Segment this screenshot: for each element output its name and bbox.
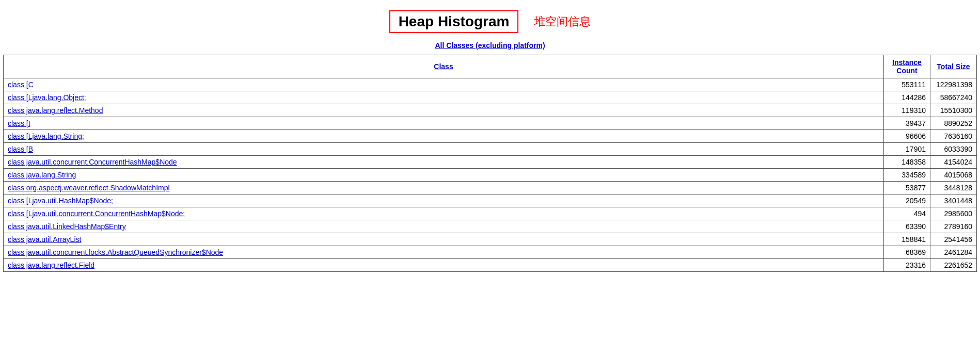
th-instance-count: InstanceCount xyxy=(884,55,930,78)
class-cell: class java.lang.reflect.Method xyxy=(4,104,884,117)
th-class: Class xyxy=(4,55,884,78)
class-link[interactable]: class java.util.LinkedHashMap$Entry xyxy=(8,222,126,231)
table-row: class [C553111122981398 xyxy=(4,78,977,91)
table-row: class [Ljava.util.HashMap$Node;205493401… xyxy=(4,194,977,207)
class-link[interactable]: class [Ljava.lang.String; xyxy=(8,132,84,140)
instance-count-cell: 20549 xyxy=(884,194,930,207)
heap-histogram-table: Class InstanceCount Total Size class [C5… xyxy=(3,55,977,272)
total-size-cell: 2985600 xyxy=(930,207,977,220)
class-link[interactable]: class java.lang.reflect.Field xyxy=(8,261,94,269)
class-link[interactable]: class [I xyxy=(8,119,30,127)
class-cell: class java.util.concurrent.locks.Abstrac… xyxy=(4,246,884,259)
table-row: class [Ljava.lang.Object;14428658667240 xyxy=(4,91,977,104)
class-column-header[interactable]: Class xyxy=(434,62,453,71)
table-row: class java.lang.String3345894015068 xyxy=(4,169,977,182)
class-link[interactable]: class java.util.concurrent.ConcurrentHas… xyxy=(8,158,177,166)
instance-count-cell: 68369 xyxy=(884,246,930,259)
total-size-column-header[interactable]: Total Size xyxy=(937,62,970,71)
instance-count-column-header[interactable]: InstanceCount xyxy=(892,58,922,75)
table-row: class org.aspectj.weaver.reflect.ShadowM… xyxy=(4,182,977,194)
instance-count-cell: 53877 xyxy=(884,182,930,194)
table-row: class java.util.ArrayList1588412541456 xyxy=(4,233,977,246)
class-link[interactable]: class [C xyxy=(8,80,34,89)
total-size-cell: 8890252 xyxy=(930,117,977,130)
class-link[interactable]: class [Ljava.util.HashMap$Node; xyxy=(8,197,113,205)
class-cell: class [C xyxy=(4,78,884,91)
total-size-cell: 4154024 xyxy=(930,156,977,169)
table-header-row: Class InstanceCount Total Size xyxy=(4,55,977,78)
total-size-cell: 122981398 xyxy=(930,78,977,91)
instance-count-cell: 494 xyxy=(884,207,930,220)
total-size-cell: 2541456 xyxy=(930,233,977,246)
table-row: class java.lang.reflect.Field23316226165… xyxy=(4,259,977,272)
total-size-cell: 7636160 xyxy=(930,130,977,143)
class-cell: class java.lang.String xyxy=(4,169,884,182)
instance-count-cell: 148358 xyxy=(884,156,930,169)
instance-count-cell: 144286 xyxy=(884,91,930,104)
class-link[interactable]: class [B xyxy=(8,145,33,153)
total-size-cell: 15510300 xyxy=(930,104,977,117)
instance-count-cell: 96606 xyxy=(884,130,930,143)
class-cell: class [I xyxy=(4,117,884,130)
class-cell: class java.lang.reflect.Field xyxy=(4,259,884,272)
page-header: Heap Histogram 堆空间信息 xyxy=(0,0,980,38)
class-link[interactable]: class [Ljava.util.concurrent.ConcurrentH… xyxy=(8,209,185,218)
total-size-cell: 3401448 xyxy=(930,194,977,207)
class-link[interactable]: class org.aspectj.weaver.reflect.ShadowM… xyxy=(8,184,170,192)
instance-count-cell: 39437 xyxy=(884,117,930,130)
class-link[interactable]: class java.lang.String xyxy=(8,171,76,179)
total-size-cell: 3448128 xyxy=(930,182,977,194)
filter-link[interactable]: All Classes (excluding platform) xyxy=(435,41,545,50)
class-link[interactable]: class java.util.ArrayList xyxy=(8,235,81,244)
page-title: Heap Histogram xyxy=(389,10,519,33)
table-row: class java.lang.reflect.Method1193101551… xyxy=(4,104,977,117)
class-cell: class org.aspectj.weaver.reflect.ShadowM… xyxy=(4,182,884,194)
table-row: class [B179016033390 xyxy=(4,143,977,156)
class-cell: class java.util.concurrent.ConcurrentHas… xyxy=(4,156,884,169)
total-size-cell: 4015068 xyxy=(930,169,977,182)
page-subtitle: 堆空间信息 xyxy=(534,14,591,29)
class-cell: class java.util.LinkedHashMap$Entry xyxy=(4,220,884,233)
class-cell: class java.util.ArrayList xyxy=(4,233,884,246)
table-container: Class InstanceCount Total Size class [C5… xyxy=(0,55,980,272)
table-row: class java.util.LinkedHashMap$Entry63390… xyxy=(4,220,977,233)
total-size-cell: 6033390 xyxy=(930,143,977,156)
instance-count-cell: 158841 xyxy=(884,233,930,246)
class-cell: class [B xyxy=(4,143,884,156)
class-link[interactable]: class java.lang.reflect.Method xyxy=(8,106,103,115)
class-cell: class [Ljava.lang.Object; xyxy=(4,91,884,104)
total-size-cell: 58667240 xyxy=(930,91,977,104)
table-row: class java.util.concurrent.ConcurrentHas… xyxy=(4,156,977,169)
class-link[interactable]: class java.util.concurrent.locks.Abstrac… xyxy=(8,248,223,256)
instance-count-cell: 553111 xyxy=(884,78,930,91)
total-size-cell: 2461284 xyxy=(930,246,977,259)
table-row: class [I394378890252 xyxy=(4,117,977,130)
table-row: class [Ljava.lang.String;966067636160 xyxy=(4,130,977,143)
instance-count-cell: 119310 xyxy=(884,104,930,117)
instance-count-cell: 63390 xyxy=(884,220,930,233)
filter-link-container: All Classes (excluding platform) xyxy=(0,38,980,55)
th-total-size: Total Size xyxy=(930,55,977,78)
total-size-cell: 2261652 xyxy=(930,259,977,272)
class-cell: class [Ljava.lang.String; xyxy=(4,130,884,143)
instance-count-cell: 17901 xyxy=(884,143,930,156)
class-cell: class [Ljava.util.concurrent.ConcurrentH… xyxy=(4,207,884,220)
class-cell: class [Ljava.util.HashMap$Node; xyxy=(4,194,884,207)
total-size-cell: 2789160 xyxy=(930,220,977,233)
class-link[interactable]: class [Ljava.lang.Object; xyxy=(8,93,86,102)
table-body: class [C553111122981398class [Ljava.lang… xyxy=(4,78,977,272)
instance-count-cell: 23316 xyxy=(884,259,930,272)
instance-count-cell: 334589 xyxy=(884,169,930,182)
table-row: class [Ljava.util.concurrent.ConcurrentH… xyxy=(4,207,977,220)
table-row: class java.util.concurrent.locks.Abstrac… xyxy=(4,246,977,259)
